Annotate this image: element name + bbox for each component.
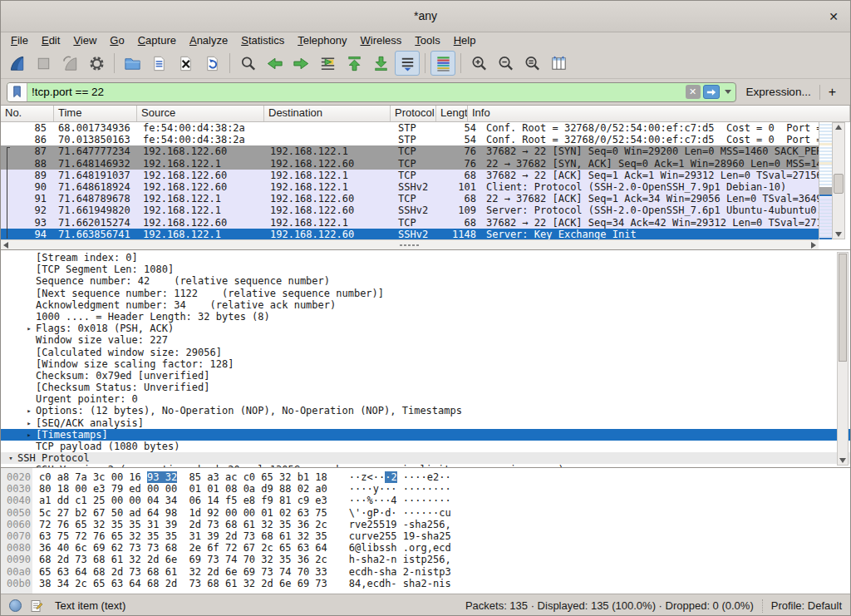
packet-row[interactable]: 90 71.648618924 192.168.122.60 192.168.1… [1,181,819,193]
hex-row[interactable]: 0060 72 76 65 32 35 35 31 39 2d 73 68 61… [1,519,850,530]
restart-capture-button[interactable] [57,51,82,76]
menu-item[interactable]: Tools [408,32,446,48]
tree-expander-icon[interactable] [22,299,36,311]
detail-line[interactable]: [Window size scaling factor: 128] [1,358,850,370]
intelligent-scrollbar-minimap[interactable] [819,122,832,239]
scroll-down-icon[interactable] [839,458,846,463]
scrollbar-thumb[interactable] [834,174,844,194]
column-header-time[interactable]: Time [54,106,137,121]
capture-options-button[interactable] [84,51,109,76]
tree-expander-icon[interactable] [22,393,36,405]
hex-row[interactable]: 0090 68 2d 73 68 61 32 2d 6e 69 73 74 70… [1,554,850,565]
splitter-handle[interactable] [415,468,436,469]
scroll-left-icon[interactable] [3,242,8,249]
add-filter-button[interactable]: + [820,85,844,100]
go-back-button[interactable] [262,51,287,76]
filter-apply-button[interactable] [703,85,720,99]
column-header-no[interactable]: No. [1,106,54,121]
menu-item[interactable]: Help [447,32,483,48]
detail-line[interactable]: Acknowledgment number: 34 (relative ack … [1,299,850,311]
expression-button[interactable]: Expression... [736,86,819,98]
menu-item[interactable]: Telephony [291,32,353,48]
packet-list-horizontal-scrollbar[interactable] [1,239,819,249]
details-vertical-scrollbar[interactable] [837,252,849,466]
tree-expander-icon[interactable] [22,441,36,452]
colorize-button[interactable] [430,51,455,76]
filter-input[interactable]: !tcp.port == 22 [27,86,686,98]
stop-capture-button[interactable] [31,51,56,76]
start-capture-button[interactable] [4,51,29,76]
close-file-button[interactable] [173,51,198,76]
resize-columns-button[interactable] [546,51,571,76]
tree-expander-icon[interactable] [22,382,36,393]
tree-expander-icon[interactable] [22,358,36,370]
hex-row[interactable]: 0020 c0 a8 7a 3c 00 16 93 32 85 a3 ac c0… [1,471,850,483]
detail-line[interactable]: [TCP Segment Len: 1080] [1,264,850,275]
hex-row[interactable]: 00a0 65 63 64 68 2d 73 68 61 32 2d 6e 69… [1,566,850,578]
save-file-button[interactable] [146,51,171,76]
packet-row[interactable]: 92 71.661949820 192.168.122.1 192.168.12… [1,205,819,216]
detail-line[interactable]: ▸ Flags: 0x018 (PSH, ACK) [1,323,850,334]
column-header-info[interactable]: Info [468,106,850,121]
menu-item[interactable]: Analyze [183,32,234,48]
go-forward-button[interactable] [288,51,313,76]
tree-expander-icon[interactable] [22,370,36,382]
detail-line[interactable]: ▸ Options: (12 bytes), No-Operation (NOP… [1,405,850,416]
tree-expander-icon[interactable] [22,252,36,264]
detail-line[interactable]: [Stream index: 0] [1,252,850,264]
packet-list-vertical-scrollbar[interactable] [832,122,845,239]
scroll-right-icon[interactable] [811,242,816,249]
detail-line[interactable]: [Next sequence number: 1122 (relative se… [1,288,850,299]
splitter-handle[interactable] [399,244,421,247]
capture-comment-icon[interactable] [30,599,43,613]
column-header-protocol[interactable]: Protocol [391,106,436,121]
hex-row[interactable]: 0030 80 18 00 e3 79 ed 00 00 01 01 08 0a… [1,483,850,495]
tree-expander-icon[interactable] [22,347,36,358]
detail-line[interactable]: 1000 .... = Header Length: 32 bytes (8) [1,311,850,323]
tree-expander-icon[interactable] [22,264,36,275]
auto-scroll-button[interactable] [395,51,420,76]
hex-row[interactable]: 0050 5c 27 b2 67 50 ad 64 98 1d 92 00 00… [1,507,850,519]
detail-line[interactable]: Sequence number: 42 (relative sequence n… [1,275,850,287]
hex-row[interactable]: 0040 a1 dd c1 25 00 00 04 34 06 14 f5 e8… [1,495,850,506]
display-filter-field[interactable]: !tcp.port == 22 ✕ [7,82,736,102]
filter-clear-button[interactable]: ✕ [686,85,701,99]
go-first-button[interactable] [342,51,366,76]
detail-line[interactable]: [Calculated window size: 29056] [1,347,850,358]
menu-item[interactable]: Capture [131,32,183,48]
tree-expander-icon[interactable]: ▸ [22,417,36,429]
scroll-up-icon[interactable] [835,125,842,130]
packet-row[interactable]: 86 70.013850163 fe:54:00:d4:38:2a STP 54… [1,134,819,145]
packet-row[interactable]: 88 71.648146932 192.168.122.1 192.168.12… [1,158,819,170]
packet-row[interactable]: 85 68.001734936 fe:54:00:d4:38:2a STP 54… [1,122,819,134]
filter-bookmark-button[interactable] [7,83,27,101]
packet-row[interactable]: 93 71.662015274 192.168.122.60 192.168.1… [1,217,819,229]
tree-expander-icon[interactable] [22,275,36,287]
profile-status[interactable]: Profile: Default [771,599,842,612]
go-last-button[interactable] [368,51,393,76]
detail-line[interactable]: Urgent pointer: 0 [1,393,850,405]
menu-item[interactable]: Edit [35,32,66,48]
tree-expander-icon[interactable]: ▸ [22,323,36,334]
tree-expander-icon[interactable]: ▸ [22,429,36,441]
tree-expander-icon[interactable]: ▾ [4,452,17,464]
detail-line[interactable]: TCP payload (1080 bytes) [1,441,850,452]
close-icon[interactable]: ✕ [825,8,842,25]
column-header-destination[interactable]: Destination [264,106,391,121]
open-file-button[interactable] [120,51,145,76]
go-to-packet-button[interactable] [315,51,340,76]
menu-item[interactable]: File [4,32,35,48]
filter-history-dropdown[interactable] [722,84,734,101]
packet-row[interactable]: 89 71.648191037 192.168.122.60 192.168.1… [1,170,819,181]
detail-line[interactable]: ▾ SSH Protocol [1,452,850,464]
hex-row[interactable]: 0070 63 75 72 76 65 32 35 35 31 39 2d 73… [1,530,850,542]
menu-item[interactable]: Go [103,32,130,48]
tree-expander-icon[interactable] [22,334,36,346]
menu-item[interactable]: View [66,32,103,48]
menu-item[interactable]: Statistics [234,32,291,48]
packet-row[interactable]: 87 71.647777234 192.168.122.60 192.168.1… [1,145,819,157]
expert-info-icon[interactable] [9,599,22,612]
hex-row[interactable]: 0080 36 40 6c 69 62 73 73 68 2e 6f 72 67… [1,542,850,554]
detail-line[interactable]: Window size value: 227 [1,334,850,346]
scrollbar-thumb[interactable] [839,254,847,362]
